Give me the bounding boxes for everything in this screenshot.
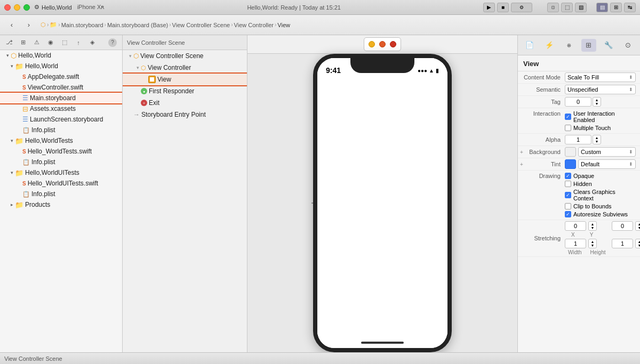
- semantic-value[interactable]: Unspecified ⬍: [565, 85, 636, 94]
- debug-btn[interactable]: ⬚: [561, 3, 573, 12]
- stop-button[interactable]: ■: [497, 3, 509, 12]
- stretching-x-stepper[interactable]: ▲▼: [588, 221, 597, 231]
- stretching-width-stepper[interactable]: ▲▼: [588, 239, 597, 248]
- inspector-tab-file[interactable]: 📄: [522, 39, 537, 52]
- sidebar-item-main-storyboard[interactable]: ☰ Main.storyboard: [0, 93, 122, 103]
- hidden-checkbox[interactable]: [565, 181, 571, 187]
- breadcrumb-item-3[interactable]: Main.storyboard: [61, 22, 103, 28]
- breadcrumb-item-5[interactable]: View Controller Scene: [172, 22, 230, 28]
- background-color-swatch[interactable]: [565, 147, 576, 157]
- outline-panel: View Controller Scene ⬡ View Controller …: [123, 35, 247, 352]
- outline-item-vc[interactable]: ⬡ View Controller: [123, 62, 247, 74]
- tint-dropdown[interactable]: Default ⬍: [578, 159, 636, 169]
- sidebar-tool-breakpoint[interactable]: ◈: [86, 38, 98, 47]
- inspector-tab-size[interactable]: 🔧: [601, 39, 616, 52]
- breadcrumb-item-4[interactable]: Main.storyboard (Base): [107, 22, 168, 28]
- alpha-stepper-value[interactable]: 1: [565, 135, 591, 144]
- sidebar-tool-debug[interactable]: ⬚: [59, 38, 70, 47]
- stretching-x-value[interactable]: 0: [565, 221, 586, 231]
- checkbox-multiple-touch[interactable]: Multiple Touch: [565, 125, 636, 131]
- checkbox-hidden[interactable]: Hidden: [565, 181, 636, 187]
- opaque-checkbox[interactable]: ✓: [565, 173, 571, 179]
- outline-item-view[interactable]: View: [123, 74, 247, 85]
- inspector-tab-connections[interactable]: ⊙: [621, 39, 636, 52]
- inspector-tab-attributes[interactable]: ⊞: [581, 39, 596, 52]
- sidebar-tool-test[interactable]: ◉: [45, 38, 57, 47]
- sidebar-tool-folder[interactable]: ⎇: [3, 38, 15, 47]
- breadcrumb-item-1[interactable]: ⬡: [41, 21, 46, 28]
- tint-value[interactable]: Default ⬍: [565, 159, 636, 169]
- breadcrumb-item-2[interactable]: 📁: [50, 21, 57, 28]
- fullscreen-button[interactable]: [23, 4, 30, 11]
- main-content: ⎇ ⊞ ⚠ ◉ ⬚ ↑ ◈ ? ⬡ Hello,World 📁 Hello,Wo…: [0, 35, 640, 352]
- standard-editor-btn[interactable]: ▤: [596, 3, 608, 12]
- sidebar-tool-warning[interactable]: ⚠: [31, 38, 43, 47]
- sidebar-item-group-products[interactable]: 📁 Products: [0, 199, 122, 210]
- run-button[interactable]: ▶: [483, 3, 495, 12]
- sidebar-item-group-tests[interactable]: 📁 Hello,WorldTests: [0, 135, 122, 146]
- sidebar-item-tests-swift[interactable]: S Hello_WorldTests.swift: [0, 146, 122, 157]
- checkbox-clip-bounds[interactable]: Clip to Bounds: [565, 203, 636, 209]
- clip-bounds-checkbox[interactable]: [565, 203, 571, 209]
- background-expand-btn[interactable]: +: [520, 149, 523, 155]
- sidebar-item-project[interactable]: ⬡ Hello,World: [0, 50, 122, 61]
- sidebar-item-viewcontroller[interactable]: S ViewController.swift: [0, 82, 122, 93]
- sidebar-item-uitests-plist[interactable]: 📋 Info.plist: [0, 189, 122, 199]
- sidebar-item-assets[interactable]: ⊟ Assets.xcassets: [0, 103, 122, 114]
- outline-item-exit[interactable]: × Exit: [123, 97, 247, 109]
- stretching-width-value[interactable]: 1: [565, 239, 586, 248]
- stretching-height-value[interactable]: 1: [612, 239, 633, 248]
- alpha-stepper-btn[interactable]: ▲ ▼: [593, 135, 601, 144]
- inspector-btn[interactable]: ▧: [575, 3, 587, 12]
- sidebar-item-group-uitests[interactable]: 📁 Hello,WorldUITests: [0, 167, 122, 178]
- autoresize-checkbox[interactable]: ✓: [565, 211, 571, 217]
- sidebar-item-tests-plist[interactable]: 📋 Info.plist: [0, 157, 122, 167]
- background-dropdown[interactable]: Custom ⬍: [578, 147, 636, 157]
- tag-stepper-value[interactable]: 0: [565, 97, 591, 107]
- sidebar-help-button[interactable]: ?: [108, 38, 117, 47]
- sidebar-item-info-plist[interactable]: 📋 Info.plist: [0, 125, 122, 135]
- forward-button[interactable]: ›: [21, 19, 36, 31]
- background-value[interactable]: Custom ⬍: [565, 147, 636, 157]
- outline-item-vc-scene[interactable]: ⬡ View Controller Scene: [123, 50, 247, 62]
- sidebar-item-launchscreen[interactable]: ☰ LaunchScreen.storyboard: [0, 114, 122, 125]
- user-interaction-checkbox[interactable]: ✓: [565, 114, 571, 120]
- tag-stepper-btn[interactable]: ▲ ▼: [593, 97, 601, 107]
- sidebar-item-appdelegate[interactable]: S AppDelegate.swift: [0, 71, 122, 82]
- navigator-btn[interactable]: ⎅: [547, 3, 559, 12]
- background-label: Background: [522, 149, 565, 155]
- stretching-height-stepper[interactable]: ▲▼: [635, 239, 640, 248]
- minimize-button[interactable]: [14, 4, 20, 11]
- checkbox-user-interaction[interactable]: ✓ User Interaction Enabled: [565, 110, 636, 123]
- assistant-editor-btn[interactable]: ⊞: [610, 3, 622, 12]
- clears-context-checkbox[interactable]: ✓: [565, 192, 571, 198]
- tint-color-swatch[interactable]: [565, 159, 576, 169]
- stretching-y-value[interactable]: 0: [612, 221, 633, 231]
- scheme-button[interactable]: ⚙: [511, 3, 532, 12]
- sidebar-item-uitests-swift[interactable]: S Hello_WorldUITests.swift: [0, 178, 122, 189]
- width-label: Width: [568, 249, 582, 255]
- version-editor-btn[interactable]: ↹: [624, 3, 636, 12]
- inspector-tab-identity[interactable]: ⎈: [562, 39, 577, 52]
- breadcrumb-item-6[interactable]: View Controller: [234, 22, 274, 28]
- checkbox-opaque[interactable]: ✓ Opaque: [565, 173, 636, 179]
- sidebar-tool-search[interactable]: ⊞: [17, 38, 29, 47]
- tint-expand-btn[interactable]: +: [520, 161, 523, 167]
- breadcrumb-item-7[interactable]: View: [277, 22, 290, 28]
- sidebar-tool-scm[interactable]: ↑: [73, 38, 84, 47]
- inspector-tab-quick[interactable]: ⚡: [542, 39, 557, 52]
- content-mode-dropdown[interactable]: Scale To Fill ⬍: [565, 72, 636, 82]
- checkbox-autoresize[interactable]: ✓ Autoresize Subviews: [565, 211, 636, 217]
- sidebar-item-group-helloworld[interactable]: 📁 Hello,World: [0, 61, 122, 71]
- content-mode-value[interactable]: Scale To Fill ⬍: [565, 72, 636, 82]
- inspector-row-semantic: Semantic Unspecified ⬍: [518, 84, 640, 96]
- stretching-y-stepper[interactable]: ▲▼: [635, 221, 640, 231]
- canvas-viewport[interactable]: 9:41 ●●● ▲ ▮: [247, 54, 517, 352]
- checkbox-clears-context[interactable]: ✓ Clears Graphics Context: [565, 189, 636, 201]
- outline-item-first-responder[interactable]: ● First Responder: [123, 85, 247, 97]
- semantic-dropdown[interactable]: Unspecified ⬍: [565, 85, 636, 94]
- multiple-touch-checkbox[interactable]: [565, 125, 571, 131]
- back-button[interactable]: ‹: [4, 19, 19, 31]
- outline-item-entry-point[interactable]: → Storyboard Entry Point: [123, 109, 247, 120]
- close-button[interactable]: [4, 4, 11, 11]
